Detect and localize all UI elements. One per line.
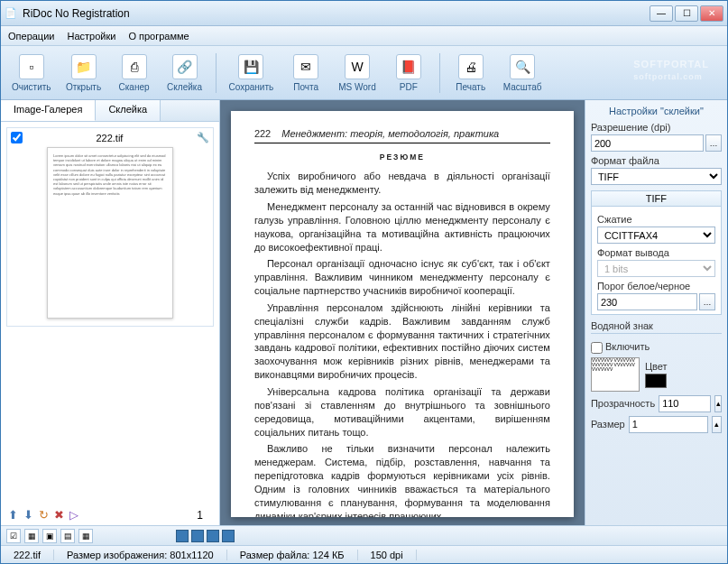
pdf-button[interactable]: 📕PDF (385, 52, 432, 94)
tab-gallery[interactable]: Image-Галерея (1, 100, 96, 121)
toolbar: ▫Очистить 📁Открыть ⎙Сканер 🔗Склейка 💾Сох… (1, 46, 727, 100)
resume-heading: РЕЗЮМЕ (254, 153, 550, 162)
clear-button[interactable]: ▫Очистить (6, 52, 57, 94)
include-checkbox-label[interactable]: Включить (591, 341, 722, 354)
pdf-icon: 📕 (396, 54, 421, 79)
app-icon: 📄 (5, 7, 17, 19)
word-icon: W (345, 54, 370, 79)
watermark-section-label: Водяной знак (591, 320, 722, 331)
maximize-button[interactable]: ☐ (675, 5, 698, 22)
compress-label: Сжатие (597, 214, 715, 225)
statusbar: 222.tif Размер изображения: 801x1120 Раз… (1, 545, 727, 563)
nav-delete-icon[interactable]: ✖ (54, 508, 64, 522)
left-footer-icons: ☑ ▦ ▣ ▤ ▦ (1, 529, 98, 543)
menu-operations[interactable]: Операции (8, 31, 54, 42)
open-button[interactable]: 📁Открыть (60, 52, 107, 94)
zoom-custom-icon[interactable] (222, 530, 235, 542)
color-label: Цвет (645, 361, 668, 372)
content-area: Image-Галерея Склейка 222.tif 🔧 Lorem ip… (1, 100, 727, 525)
nav-rotate-icon[interactable]: ↻ (39, 508, 49, 522)
scanner-icon: ⎙ (122, 54, 147, 79)
status-imgsize: Размер изображения: 801x1120 (54, 550, 227, 560)
format-label: Формат файла (591, 155, 722, 166)
opacity-input[interactable] (659, 395, 711, 412)
mail-button[interactable]: ✉Почта (282, 52, 329, 94)
threshold-input[interactable] (597, 293, 697, 310)
size-spin[interactable]: ▴ (712, 416, 722, 433)
nav-up-icon[interactable]: ⬆ (8, 508, 18, 522)
zoom-width-icon[interactable] (191, 530, 204, 542)
page-number-text: 222 (254, 127, 271, 141)
zoom-icon: 🔍 (510, 54, 535, 79)
document-preview[interactable]: 222 Менеджмент: теорія, методологія, пра… (220, 100, 585, 525)
format-select[interactable]: TIFF (591, 168, 722, 185)
view-grid-icon[interactable]: ▦ (78, 529, 93, 543)
color-swatch[interactable] (645, 374, 667, 388)
menu-about[interactable]: О программе (128, 31, 189, 42)
compress-select[interactable]: CCITTFAX4 (597, 227, 715, 244)
view-list-icon[interactable]: ▦ (24, 529, 39, 543)
resolution-more-button[interactable]: … (705, 134, 722, 152)
include-checkbox[interactable] (591, 342, 603, 354)
mail-icon: ✉ (293, 54, 318, 79)
thumbnail-nav: ⬆ ⬇ ↻ ✖ ▷ 1 (1, 504, 219, 525)
zoom-button[interactable]: 🔍Масштаб (498, 52, 548, 94)
output-label: Формат вывода (597, 247, 715, 258)
save-icon: 💾 (238, 54, 263, 79)
page-header: 222 Менеджмент: теорія, методологія, пра… (254, 127, 550, 143)
folder-open-icon: 📁 (71, 54, 97, 79)
size-label: Размер (591, 419, 625, 430)
paragraph: Персонал організації одночасно існує як … (254, 257, 550, 298)
page-title: Менеджмент: теорія, методологія, практик… (281, 127, 499, 141)
page-view: 222 Менеджмент: теорія, методологія, пра… (231, 111, 574, 517)
view-tile-icon[interactable]: ▣ (42, 529, 57, 543)
thumbnail-image[interactable]: Lorem ipsum dolor sit amet consectetur a… (47, 147, 173, 319)
opacity-spin[interactable]: ▴ (714, 395, 722, 412)
wrench-icon[interactable]: 🔧 (197, 132, 209, 143)
threshold-more-button[interactable]: … (699, 293, 715, 310)
close-button[interactable]: ✕ (700, 5, 723, 22)
resolution-label: Разрешение (dpi) (591, 122, 722, 133)
right-panel: Настройки "склейки" Разрешение (dpi) … Ф… (585, 100, 727, 525)
footer-bar: ☑ ▦ ▣ ▤ ▦ (1, 525, 727, 545)
zoom-actual-icon[interactable] (207, 530, 219, 542)
zoom-fit-icon[interactable] (176, 530, 189, 542)
print-button[interactable]: 🖨Печать (447, 52, 494, 94)
view-checkbox-icon[interactable]: ☑ (6, 529, 21, 543)
status-filename: 222.tif (1, 550, 54, 560)
thumbnail-checkbox[interactable] (11, 132, 23, 143)
thumbnail-header: 222.tif 🔧 (11, 132, 209, 143)
menu-settings[interactable]: Настройки (67, 31, 115, 42)
thumbnail-filename: 222.tif (28, 133, 191, 143)
watermark-overlay: SOFTPORTALsoftportal.com (633, 51, 709, 81)
panel-title: Настройки "склейки" (591, 104, 722, 118)
paragraph: Універсальна кадрова політика організаці… (254, 385, 550, 439)
view-detail-icon[interactable]: ▤ (60, 529, 75, 543)
app-window: 📄 RiDoc No Registration — ☐ ✕ Операции Н… (0, 0, 728, 564)
window-controls: — ☐ ✕ (650, 5, 723, 22)
toolbar-separator (439, 53, 440, 93)
nav-play-icon[interactable]: ▷ (69, 508, 78, 522)
status-filesize: Размер файла: 124 КБ (227, 550, 358, 560)
page-blank-icon: ▫ (19, 54, 44, 79)
scanner-button[interactable]: ⎙Сканер (111, 52, 158, 94)
minimize-button[interactable]: — (650, 5, 673, 22)
tiff-tab-header[interactable]: TIFF (592, 191, 721, 207)
nav-down-icon[interactable]: ⬇ (23, 508, 33, 522)
window-title: RiDoc No Registration (17, 7, 650, 20)
tab-stitch[interactable]: Склейка (96, 100, 161, 121)
print-icon: 🖨 (458, 54, 484, 79)
status-dpi: 150 dpi (358, 550, 417, 560)
word-button[interactable]: WMS Word (333, 52, 382, 94)
stitch-icon: 🔗 (172, 54, 198, 79)
thumbnail-list: 222.tif 🔧 Lorem ipsum dolor sit amet con… (1, 122, 219, 504)
threshold-label: Порог белое/черное (597, 281, 715, 291)
thumbnail-item[interactable]: 222.tif 🔧 Lorem ipsum dolor sit amet con… (6, 127, 214, 327)
stitch-button[interactable]: 🔗Склейка (161, 52, 208, 94)
paragraph: Управління персоналом здійснюють лінійні… (254, 301, 550, 382)
save-button[interactable]: 💾Сохранить (224, 52, 280, 94)
opacity-label: Прозрачность (591, 398, 655, 409)
paragraph: Успіх виробничого або невдача в діяльнос… (254, 170, 550, 197)
size-input[interactable] (629, 416, 708, 433)
resolution-input[interactable] (591, 134, 704, 152)
